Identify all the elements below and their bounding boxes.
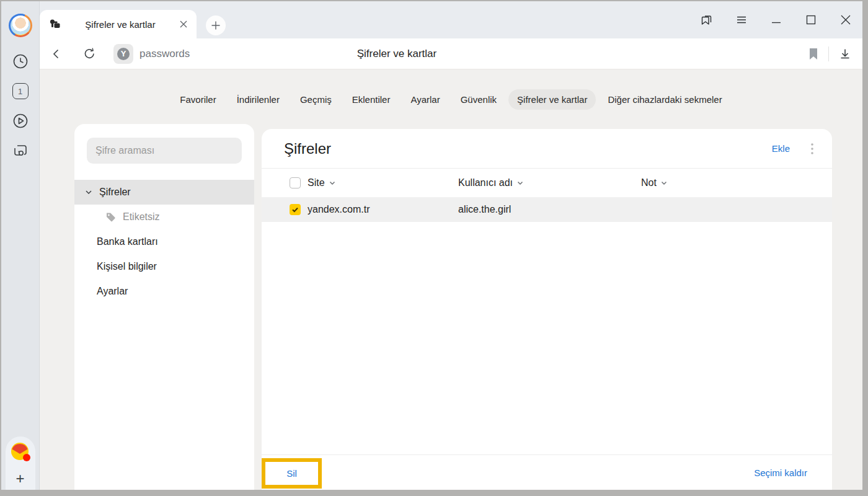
tab-favoriler[interactable]: Favoriler [171,89,224,110]
tab-indirilenler[interactable]: İndirilenler [228,89,288,110]
minimize-icon[interactable] [769,13,783,27]
user-avatar[interactable] [9,14,32,37]
sort-chevron-icon[interactable] [661,180,667,186]
row-username: alice.the.girl [458,204,641,215]
window-controls [700,1,852,38]
delete-button[interactable]: Sil [286,468,297,479]
yandex-y-icon: Y [117,48,130,60]
sidebar-item-label: Kişisel bilgiler [97,261,157,272]
chevron-down-icon [85,188,92,196]
sidebar-item-ayarlar[interactable]: Ayarlar [74,279,254,304]
sidebar-item-label: Ayarlar [97,286,128,297]
panel-footer: Sil Seçimi kaldır [262,454,832,490]
sidebar-item-kisisel-bilgiler[interactable]: Kişisel bilgiler [74,254,254,279]
section-tabs: Favoriler İndirilenler Geçmiş Eklentiler… [40,89,862,110]
tab-title: Şifreler ve kartlar [61,19,179,30]
active-tab[interactable]: Şifreler ve kartlar [40,10,197,38]
sidebar-item-etiketsiz[interactable]: Etiketsiz [74,205,254,229]
tab-guvenlik[interactable]: Güvenlik [452,89,505,110]
tab-strip: Şifreler ve kartlar [40,1,862,38]
play-icon[interactable] [11,112,30,130]
avatar-image [11,16,30,35]
column-header-username[interactable]: Kullanıcı adı [458,177,513,188]
tabs-counter[interactable]: 1 [11,82,30,100]
tab-diger-cihazlar[interactable]: Diğer cihazlardaki sekmeler [599,89,730,110]
maximize-icon[interactable] [804,13,818,27]
tabs-count-badge: 1 [12,83,29,99]
table-header: Site Kullanıcı adı Not [262,169,832,197]
menu-icon[interactable] [735,13,748,27]
address-query[interactable]: passwords [140,48,190,60]
password-search-input[interactable] [87,138,242,164]
new-tab-icon[interactable] [206,16,226,35]
passwords-panel: Şifreler Ekle Site Kullanıc [262,129,832,490]
row-site: yandex.com.tr [308,204,458,215]
yandex-mail-icon[interactable] [10,441,31,463]
toolbar: Y passwords Şifreler ve kartlar [40,38,862,69]
sort-chevron-icon[interactable] [517,180,523,186]
tab-eklentiler[interactable]: Eklentiler [343,89,399,110]
site-favicon-badge[interactable]: Y [113,44,133,64]
back-arrow-icon[interactable] [50,47,63,61]
clear-selection-link[interactable]: Seçimi kaldır [754,467,807,478]
row-checkbox-checked[interactable] [290,204,301,215]
panel-header: Şifreler Ekle [262,129,832,169]
page-title: Şifreler ve kartlar [357,48,436,60]
download-icon[interactable] [839,48,851,60]
history-clock-icon[interactable] [11,52,30,71]
sidebar-item-label: Şifreler [99,187,131,198]
sidebar-item-label: Etiketsiz [123,211,160,223]
column-header-note[interactable]: Not [641,177,657,188]
sort-chevron-icon[interactable] [329,180,335,186]
column-header-site[interactable]: Site [308,177,325,188]
tab-close-icon[interactable] [179,20,188,29]
bookmark-icon[interactable] [808,48,818,60]
more-options-icon[interactable] [811,143,813,154]
sidebar-item-banka-kartlari[interactable]: Banka kartları [74,229,254,254]
window-close-icon[interactable] [839,13,852,27]
toolbar-separator [828,46,829,61]
reload-icon[interactable] [83,47,96,60]
tab-ayarlar[interactable]: Ayarlar [402,89,448,110]
delete-button-highlight[interactable]: Sil [262,458,322,489]
sidebar-item-sifreler[interactable]: Şifreler [74,180,254,205]
sidebar-item-label: Banka kartları [97,236,158,247]
browser-side-rail: 1 + [1,1,40,490]
password-row[interactable]: yandex.com.tr alice.the.girl [262,197,832,222]
add-panel-icon[interactable]: + [16,471,24,486]
tab-sifreler-ve-kartlar[interactable]: Şifreler ve kartlar [508,89,596,110]
browser-window: 1 + Şifreler ve kartlar [1,1,862,490]
passwords-sidebar: Şifreler Etiketsiz Banka kartları Kişise… [74,124,254,490]
panel-title: Şifreler [284,140,772,157]
toolbar-right [808,46,851,61]
rail-bottom-panel: + [6,436,35,490]
tab-gecmis[interactable]: Geçmiş [291,89,340,110]
select-all-checkbox[interactable] [290,177,301,188]
add-password-button[interactable]: Ekle [772,143,790,154]
screenshot-icon[interactable] [11,141,30,160]
page-content: Favoriler İndirilenler Geçmiş Eklentiler… [40,69,862,490]
bookmarks-panel-icon[interactable] [700,13,714,27]
passwords-key-icon [49,18,61,30]
tag-icon [105,212,116,223]
